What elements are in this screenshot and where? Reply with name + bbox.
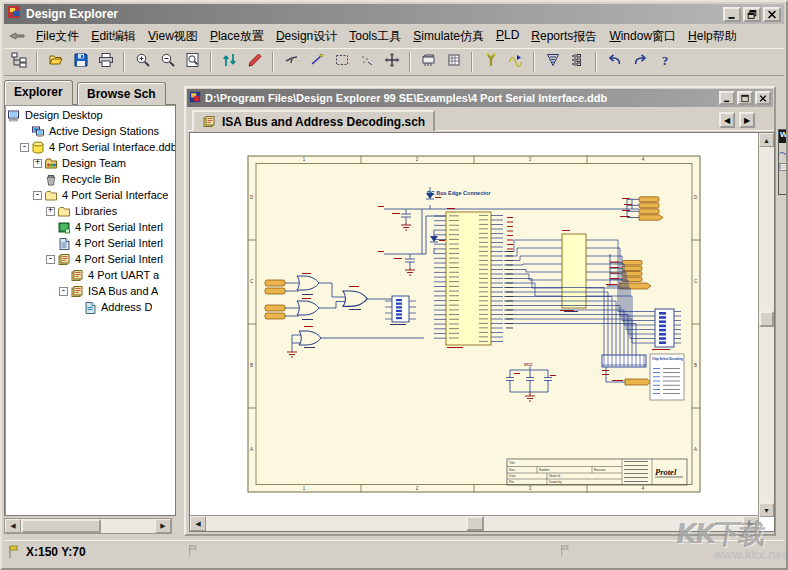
draw-line-button[interactable]	[304, 51, 329, 74]
expand-toggle-button[interactable]: -	[59, 287, 68, 296]
menu-pld[interactable]: PLD	[490, 26, 525, 47]
scroll-down-button[interactable]: ▼	[759, 503, 774, 517]
tree-view-button[interactable]	[6, 51, 31, 74]
tree-item[interactable]: Recycle Bin	[5, 171, 175, 187]
toolbar-separator	[595, 52, 597, 72]
bus-tool-button[interactable]	[779, 161, 788, 173]
menu-help[interactable]: Help帮助	[682, 26, 743, 47]
doc-hscrollbar[interactable]: ◀ ▶	[190, 515, 759, 531]
tree-item-label: Design Team	[62, 157, 126, 169]
schematic-canvas[interactable]: 11223344DDCCBBAA PC Bus Edge Connector	[190, 133, 760, 517]
tb-number-label: Number	[539, 468, 550, 472]
menu-window[interactable]: Window窗口	[603, 26, 682, 47]
tree-item[interactable]: -4 Port Serial Interface	[5, 187, 175, 203]
minimize-button[interactable]	[723, 7, 741, 22]
doc-minimize-button[interactable]	[719, 91, 735, 105]
help-button[interactable]: ?	[652, 51, 677, 74]
decoder-part[interactable]	[562, 234, 586, 308]
flag-icon	[188, 544, 202, 559]
tree-item[interactable]: Address D	[5, 299, 175, 315]
tree-item[interactable]: -4 Port Serial Interface.ddb	[5, 139, 175, 155]
open-button[interactable]	[43, 51, 68, 74]
part-bed-button[interactable]	[416, 51, 441, 74]
toolbar-separator	[36, 52, 38, 72]
expand-toggle-button[interactable]: +	[46, 207, 55, 216]
vscroll-thumb[interactable]	[759, 311, 774, 327]
palette-title[interactable]: Wi	[779, 130, 788, 143]
chip-select-note[interactable]: Chip Select Decoding	[650, 354, 684, 400]
edit-pen-button[interactable]	[242, 51, 267, 74]
tree-item[interactable]: +Libraries	[5, 203, 175, 219]
tree-item[interactable]: Active Design Stations	[5, 123, 175, 139]
filter-button[interactable]	[540, 51, 565, 74]
tab-explorer[interactable]: Explorer	[4, 80, 73, 105]
explorer-hscrollbar[interactable]: ◀ ▶	[4, 518, 172, 534]
tab-isa-bus-sch[interactable]: ISA Bus and Address Decoding.sch	[192, 110, 435, 131]
tree-item[interactable]: 4 Port UART a	[5, 267, 175, 283]
tb-sheet-label: Sheet of	[549, 474, 560, 478]
undo-icon	[607, 52, 623, 72]
zoom-page-button[interactable]	[180, 51, 205, 74]
scroll-up-button[interactable]: ▲	[759, 133, 774, 147]
zoom-out-button[interactable]	[155, 51, 180, 74]
resistor-pack[interactable]	[602, 355, 646, 367]
wiring-tools-palette[interactable]: Wi	[778, 129, 788, 195]
close-button[interactable]	[763, 7, 781, 22]
tree-item[interactable]: Design Desktop	[5, 107, 175, 123]
menu-file[interactable]: File文件	[30, 26, 85, 47]
tree-item[interactable]: -4 Port Serial Interl	[5, 251, 175, 267]
select-rect-button[interactable]	[329, 51, 354, 74]
probe-button[interactable]	[279, 51, 304, 74]
tree-item[interactable]: 4 Port Serial Interl	[5, 219, 175, 235]
save-button[interactable]	[68, 51, 93, 74]
tab-scroll-left-button[interactable]: ◀	[719, 112, 735, 128]
menu-edit[interactable]: Edit编辑	[85, 26, 142, 47]
scroll-right-button[interactable]: ▶	[743, 516, 759, 531]
print-button[interactable]	[93, 51, 118, 74]
expand-toggle-button[interactable]: +	[33, 159, 42, 168]
menu-design[interactable]: Design设计	[270, 26, 343, 47]
wire-tool-button[interactable]	[779, 146, 788, 158]
menu-view[interactable]: View视图	[142, 26, 204, 47]
expand-toggle-button[interactable]: -	[46, 255, 55, 264]
undo-button[interactable]	[602, 51, 627, 74]
pin-config-button[interactable]	[565, 51, 590, 74]
scroll-left-button[interactable]: ◀	[190, 516, 206, 531]
restore-button[interactable]	[743, 7, 761, 22]
expand-toggle-button[interactable]: -	[20, 143, 29, 152]
sort-updown-button[interactable]	[217, 51, 242, 74]
doc-maximize-button[interactable]	[737, 91, 753, 105]
document-path: D:\Program Files\Design Explorer 99 SE\E…	[205, 92, 717, 104]
pin-config-icon	[570, 52, 586, 72]
protel-logo: Protel	[655, 467, 677, 477]
move-cross-button[interactable]	[379, 51, 404, 74]
expand-toggle-button[interactable]: -	[33, 191, 42, 200]
part-grid-button[interactable]	[441, 51, 466, 74]
wrench-button[interactable]	[478, 51, 503, 74]
scroll-thumb[interactable]	[21, 519, 101, 533]
menu-simulate[interactable]: Simulate仿真	[407, 26, 490, 47]
run-wave-button[interactable]	[503, 51, 528, 74]
tree-item-label: 4 Port Serial Interl	[75, 253, 163, 265]
hscroll-thumb[interactable]	[466, 516, 484, 531]
dip-switch-b[interactable]	[655, 309, 674, 347]
doc-vscrollbar[interactable]: ▲ ▼	[758, 133, 774, 517]
tb-size-label: Size	[509, 468, 515, 472]
tab-browse-sch[interactable]: Browse Sch	[77, 82, 166, 105]
tab-scroll-right-button[interactable]: ▶	[739, 112, 755, 128]
tree-item[interactable]: -ISA Bus and A	[5, 283, 175, 299]
doc-close-button[interactable]	[755, 91, 771, 105]
tree-item[interactable]: +Design Team	[5, 155, 175, 171]
docteal-icon	[83, 301, 98, 314]
menu-reports[interactable]: Reports报告	[525, 26, 603, 47]
toolbar-separator	[409, 52, 411, 72]
menu-tools[interactable]: Tools工具	[343, 26, 407, 47]
zoom-in-button[interactable]	[130, 51, 155, 74]
menu-place[interactable]: Place放置	[204, 26, 270, 47]
scroll-left-button[interactable]: ◀	[5, 519, 21, 533]
toolbar-separator	[210, 52, 212, 72]
paste-special-button[interactable]	[354, 51, 379, 74]
tree-item[interactable]: 4 Port Serial Interl	[5, 235, 175, 251]
redo-button[interactable]	[627, 51, 652, 74]
scroll-right-button[interactable]: ▶	[155, 519, 171, 533]
